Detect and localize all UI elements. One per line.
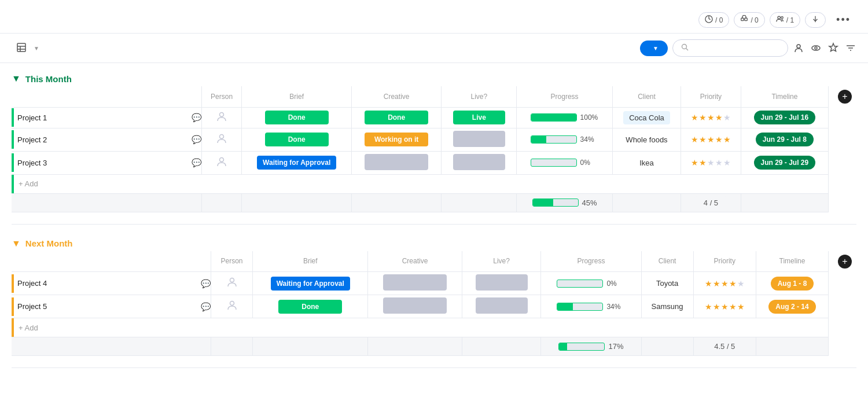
- comment-icon[interactable]: 💬: [201, 279, 211, 288]
- add-row[interactable]: + Add: [12, 174, 856, 193]
- svg-point-17: [220, 112, 224, 116]
- main-table-button[interactable]: ▼: [12, 40, 44, 57]
- star-1: ★: [705, 302, 712, 311]
- priority-cell: ★★★★★: [681, 107, 741, 128]
- groups-container: ▼ This Month Person Brief Creative Live?…: [12, 69, 856, 368]
- pin-icon[interactable]: [827, 42, 839, 54]
- svg-line-10: [686, 49, 689, 51]
- activity-button[interactable]: [805, 12, 826, 28]
- eye-icon[interactable]: [810, 42, 822, 54]
- star-4: ★: [715, 158, 723, 167]
- person-icon[interactable]: [215, 135, 228, 147]
- col-person: Person: [211, 251, 253, 272]
- row-name-text: Project 1: [14, 109, 192, 127]
- client-cell-wrap: Toyota: [641, 272, 693, 295]
- client-cell-wrap: Whole foods: [612, 128, 681, 151]
- integrations-label: / 0: [751, 16, 758, 24]
- name-cell-wrap: Project 3 💬: [12, 153, 201, 172]
- priority-summary-label: 4 / 5: [694, 196, 727, 209]
- integrations-button[interactable]: / 0: [734, 12, 764, 28]
- col-creative: Creative: [368, 251, 462, 272]
- automations-icon: [705, 15, 713, 25]
- col-priority: Priority: [693, 251, 756, 272]
- priority-stars: ★★★★★: [697, 302, 753, 311]
- live-cell: [462, 272, 540, 295]
- star-5: ★: [737, 279, 745, 288]
- summary-creative: [368, 337, 462, 356]
- comment-icon[interactable]: 💬: [192, 113, 201, 122]
- summary-live: [462, 337, 540, 356]
- svg-rect-5: [17, 43, 25, 52]
- add-row-cell[interactable]: + Add: [12, 318, 829, 337]
- star-5: ★: [723, 158, 731, 167]
- svg-rect-1: [741, 18, 744, 20]
- client-name: Whole foods: [626, 135, 667, 144]
- timeline-badge: Aug 2 - 14: [768, 300, 815, 314]
- svg-point-20: [230, 278, 234, 282]
- group-chevron[interactable]: ▼: [12, 238, 21, 249]
- content-area: ▼ This Month Person Brief Creative Live?…: [0, 63, 868, 389]
- client-cell-wrap: Coca Cola: [612, 107, 681, 128]
- live-badge-empty: [476, 274, 528, 291]
- search-box[interactable]: [672, 39, 788, 57]
- star-2: ★: [713, 279, 720, 288]
- person-cell: [201, 151, 242, 174]
- user-filter-icon[interactable]: [793, 42, 804, 54]
- progress-bar-wrap: 0%: [545, 280, 637, 288]
- live-cell: [442, 151, 517, 174]
- summary-person: [211, 337, 253, 356]
- person-icon[interactable]: [226, 279, 238, 291]
- group-header-next_month: ▼ Next Month: [12, 234, 856, 251]
- add-row[interactable]: + Add: [12, 318, 856, 337]
- page-header: / 0 / 0 / 1 •••: [0, 0, 868, 34]
- add-column-button[interactable]: +: [838, 90, 852, 104]
- more-options-button[interactable]: •••: [830, 12, 856, 28]
- star-4: ★: [729, 302, 737, 311]
- progress-bar-wrap: 34%: [520, 135, 608, 144]
- col-add: +: [829, 251, 857, 272]
- timeline-badge: Jun 29 - Jul 8: [756, 133, 814, 146]
- svg-point-12: [812, 46, 820, 50]
- comment-icon[interactable]: 💬: [192, 135, 201, 144]
- filter-icon[interactable]: [845, 42, 856, 54]
- summary-progress: 45%: [517, 193, 612, 212]
- new-item-button[interactable]: ▼: [640, 41, 668, 56]
- star-2: ★: [699, 135, 707, 144]
- client-name: Ikea: [639, 159, 654, 167]
- star-3: ★: [721, 279, 729, 288]
- automations-button[interactable]: / 0: [698, 12, 729, 28]
- row-name-text: Project 5: [14, 297, 201, 315]
- person-icon[interactable]: [215, 159, 228, 170]
- add-row-cell[interactable]: + Add: [12, 174, 829, 193]
- add-label[interactable]: + Add: [14, 176, 43, 192]
- name-cell-wrap: Project 2 💬: [12, 130, 201, 149]
- star-5: ★: [723, 135, 731, 144]
- summary-row: 45% 4 / 5: [12, 193, 856, 212]
- col-brief: Brief: [253, 251, 368, 272]
- progress-fill: [557, 303, 573, 310]
- star-5: ★: [723, 113, 731, 122]
- group-divider: [12, 224, 856, 225]
- progress-bar: [531, 113, 577, 122]
- add-label[interactable]: + Add: [14, 320, 43, 336]
- person-icon[interactable]: [215, 113, 228, 125]
- activity-icon: [811, 15, 819, 25]
- summary-priority: 4 / 5: [681, 193, 741, 212]
- comment-icon[interactable]: 💬: [201, 302, 211, 311]
- progress-bar: [557, 280, 603, 288]
- priority-stars: ★★★★★: [697, 279, 753, 288]
- creative-cell: Done: [351, 107, 441, 128]
- star-3: ★: [721, 302, 729, 311]
- add-column-button[interactable]: +: [838, 255, 852, 269]
- svg-point-18: [220, 134, 224, 138]
- comment-icon[interactable]: 💬: [192, 158, 201, 167]
- svg-point-21: [230, 302, 234, 306]
- star-4: ★: [715, 113, 723, 122]
- creative-cell: [351, 151, 441, 174]
- progress-cell: 34%: [541, 295, 641, 318]
- person-icon[interactable]: [226, 302, 238, 314]
- client-cell-wrap: Ikea: [612, 151, 681, 174]
- members-button[interactable]: / 1: [770, 12, 800, 28]
- brief-cell: Waiting for Approval: [253, 272, 368, 295]
- group-chevron[interactable]: ▼: [12, 73, 21, 84]
